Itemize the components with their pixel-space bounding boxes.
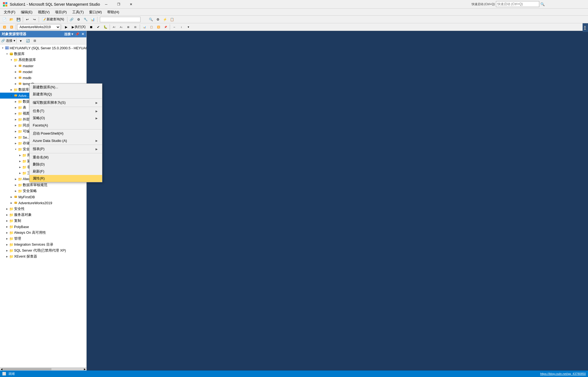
statusbar-link[interactable]: https://blog.csdn.net/qq_43780850 [540,372,586,375]
expand-system-dbs[interactable] [9,58,14,62]
ctx-delete[interactable]: 删除(D) [30,161,102,168]
toolbar-undo[interactable]: ↩ [24,16,31,23]
ctx-reports[interactable]: 报表(P) ▶ [30,145,102,152]
expand-databases[interactable] [5,52,9,56]
tree-item-system-dbs[interactable]: 📁 系统数据库 [0,57,86,63]
oe-pin-icon[interactable]: 📌 [75,32,80,36]
expand-always-on[interactable] [5,230,9,235]
ctx-properties[interactable]: 属性(R) [30,175,102,182]
expand-audit[interactable] [14,183,18,187]
oe-scrollbar-horizontal[interactable]: ◀ ▶ [0,367,86,370]
toolbar-parse[interactable]: ✔ [95,24,102,30]
toolbar-btn-j[interactable]: ↕ [178,24,185,30]
expand-adv-view[interactable] [14,111,18,116]
expand-adv-data[interactable] [14,99,18,104]
toolbar-sql-btn1[interactable]: ⏪ [1,24,8,30]
tree-item-audit[interactable]: 📁 数据库审核规范 [0,182,86,188]
expand-server-objects[interactable] [5,213,9,217]
scroll-left-btn[interactable]: ◀ [1,368,2,370]
ctx-powershell[interactable]: 启动 PowerShell(H) [30,130,102,137]
tree-item-is-catalog[interactable]: 📁 Integration Services 目录 [0,242,86,248]
expand-model[interactable] [14,70,18,74]
scroll-right-btn[interactable]: ▶ [84,368,86,370]
expand-security-policy[interactable] [14,189,18,193]
toolbar-btn-h[interactable]: 📌 [162,24,169,30]
expand-xevent[interactable] [5,254,9,259]
toolbar-flt3[interactable]: ⚡ [162,16,168,23]
expand-adv-sec4[interactable] [18,171,22,175]
toolbar-flt1[interactable]: 🔍 [148,16,154,23]
expand-snapshots[interactable] [9,87,14,92]
ctx-refresh[interactable]: 刷新(F) [30,168,102,175]
expand-server[interactable] [1,46,5,50]
expand-myfirstdb[interactable] [9,195,14,199]
ctx-facets[interactable]: Facets(A) [30,122,102,129]
expand-adv-prog[interactable] [14,129,18,134]
toolbar-btn-a[interactable]: A↑ [111,24,117,30]
tree-item-myfirstdb[interactable]: MyFirstDB [0,194,86,200]
oe-refresh-btn[interactable]: 🔄 [25,38,31,44]
toolbar-new-query[interactable]: 📝 新建查询(N) [40,17,66,22]
toolbar-btn-f[interactable]: 📋 [148,24,155,30]
tree-item-replication[interactable]: 📁 复制 [0,218,86,224]
toolbar-sql-btn2[interactable]: ⏩ [8,24,15,30]
oe-close-icon[interactable]: ✕ [81,32,85,36]
expand-adv-table[interactable] [14,105,18,110]
toolbar-btn-b[interactable]: A↓ [118,24,125,30]
tree-item-databases[interactable]: 数据库 [0,51,86,57]
expand-adv-sec[interactable] [14,147,18,151]
menu-window[interactable]: 窗口(W) [86,9,104,15]
execute-button[interactable]: ▶ 执行(X) [70,24,87,30]
toolbar-btn-g[interactable]: 🔀 [155,24,162,30]
restore-button[interactable]: ❐ [112,0,125,9]
oe-filter-btn[interactable]: ▼ [18,38,24,44]
tree-item-model[interactable]: model [0,69,86,75]
minimize-button[interactable]: ─ [100,0,112,9]
menu-project[interactable]: 项目(P) [52,9,69,15]
expand-adv-sec1[interactable] [18,153,22,157]
menu-view[interactable]: 视图(V) [35,9,52,15]
ctx-script-db[interactable]: 编写数据库脚本为(S) ▶ [30,99,102,106]
ctx-rename[interactable]: 重命名(M) [30,154,102,161]
ctx-azure-ds[interactable]: Azure Data Studio (A) ▶ [30,137,102,144]
toolbar-btn3[interactable]: 🔧 [83,16,89,23]
expand-security[interactable] [5,207,9,211]
toolbar-connect[interactable]: 🔗 [68,16,75,23]
tree-item-server[interactable]: HEYUANFLY (SQL Server 15.0.2000.5 - HEYU… [0,45,86,51]
tree-item-xevent[interactable]: 📁 XEvent 探查器 [0,253,86,259]
scroll-thumb[interactable] [2,368,51,370]
toolbar-flt2[interactable]: ⚙ [155,16,161,23]
quick-search-input[interactable] [496,1,539,7]
menu-help[interactable]: 帮助(H) [104,9,122,15]
menu-tools[interactable]: 工具(T) [70,9,87,15]
toolbar-cancel[interactable]: ⏹ [88,24,94,30]
expand-adventureworks[interactable] [9,93,14,98]
toolbar-debug[interactable]: 🐛 [102,24,109,30]
ctx-new-database[interactable]: 新建数据库(N)... [30,84,102,91]
tree-item-master[interactable]: master [0,63,86,69]
expand-adv-sec2[interactable] [18,159,22,163]
oe-collapse-btn[interactable]: ⊟ [32,38,38,44]
close-button[interactable]: ✕ [125,0,137,9]
oe-connect-btn[interactable]: 连接 ▾ [64,32,74,37]
expand-adv-store[interactable] [14,141,18,145]
toolbar-redo[interactable]: ↪ [31,16,38,23]
tree-item-sql-agent[interactable]: 📁 SQL Server 代理(已禁用代理 XP) [0,248,86,253]
toolbar-btn2[interactable]: ⚙ [76,16,82,23]
tree-item-management[interactable]: 📁 管理 [0,236,86,242]
tree-item-security-policy[interactable]: 📁 安全策略 [0,188,86,194]
expand-is-catalog[interactable] [5,242,9,247]
toolbar-btn-k[interactable]: ▼ [185,24,192,30]
toolbar-search[interactable] [99,16,147,23]
database-dropdown[interactable]: AdventureWorks2019 [17,24,60,30]
ctx-policies[interactable]: 策略(O) ▶ [30,115,102,122]
menu-file[interactable]: 文件(F) [1,9,18,15]
expand-adv-ext[interactable] [14,117,18,122]
expand-adv-sync[interactable] [14,123,18,128]
toolbar-stop[interactable]: ▶ [63,24,69,30]
ctx-tasks[interactable]: 任务(T) ▶ [30,108,102,115]
toolbar-search-input[interactable] [100,17,141,22]
scroll-track[interactable] [2,368,84,370]
oe-connect-icon[interactable]: 🔗 连接 ▾ [1,38,15,43]
expand-aw2019[interactable] [9,201,14,205]
